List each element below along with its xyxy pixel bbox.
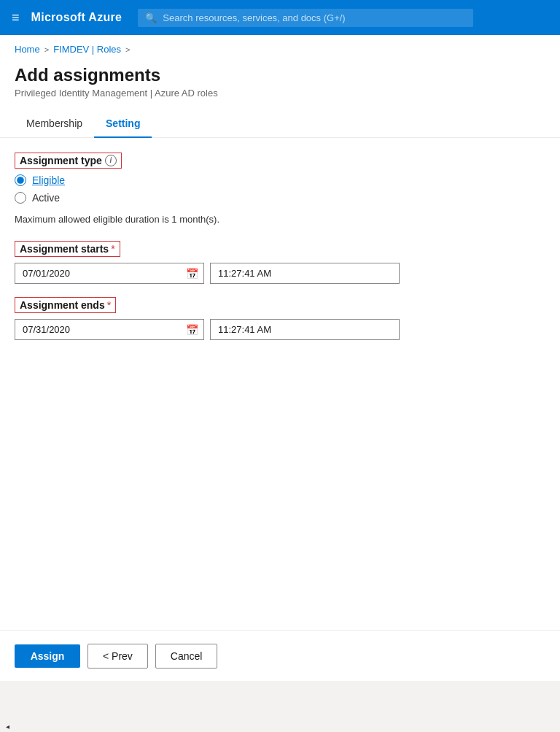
tab-membership[interactable]: Membership: [15, 110, 94, 138]
page-subtitle: Privileged Identity Management | Azure A…: [15, 88, 545, 99]
assignment-starts-date-wrapper: 📅: [15, 263, 204, 284]
content-area: Assignment type i Eligible Active Maximu…: [0, 138, 560, 498]
assignment-ends-time-input[interactable]: [210, 319, 400, 340]
bottom-arrow-indicator: ◂: [6, 723, 9, 731]
main-content: Home > FIMDEV | Roles > Add assignments …: [0, 35, 560, 681]
assignment-starts-label-box: Assignment starts *: [15, 241, 120, 257]
breadcrumb-separator-1: >: [44, 45, 49, 54]
assignment-starts-label: Assignment starts: [20, 243, 109, 255]
radio-active-label: Active: [32, 192, 60, 204]
content-spacer: [0, 499, 560, 630]
assignment-starts-time-input[interactable]: [210, 263, 400, 284]
search-icon: 🔍: [145, 12, 157, 23]
search-bar: 🔍: [138, 9, 473, 27]
assignment-type-label: Assignment type: [20, 155, 102, 166]
assignment-starts-row: 📅: [15, 263, 545, 284]
radio-option-eligible[interactable]: Eligible: [15, 174, 545, 186]
breadcrumb-fimdev[interactable]: FIMDEV | Roles: [53, 44, 121, 55]
assignment-starts-section: Assignment starts * 📅: [15, 241, 545, 284]
page-header: Add assignments Privileged Identity Mana…: [0, 61, 560, 110]
radio-active[interactable]: [15, 192, 26, 204]
breadcrumb-home[interactable]: Home: [15, 44, 40, 55]
footer-bar: Assign < Prev Cancel: [0, 630, 560, 681]
assignment-type-info-text: Maximum allowed eligible duration is 1 m…: [15, 214, 545, 225]
assignment-type-label-box: Assignment type i: [15, 153, 122, 169]
assignment-ends-date-wrapper: 📅: [15, 319, 204, 340]
tab-setting[interactable]: Setting: [94, 110, 152, 138]
assignment-type-info-icon[interactable]: i: [105, 155, 117, 166]
assignment-starts-required: *: [111, 243, 114, 255]
radio-eligible[interactable]: [15, 174, 26, 186]
breadcrumb: Home > FIMDEV | Roles >: [0, 35, 560, 61]
assignment-ends-required: *: [107, 299, 111, 311]
breadcrumb-separator-2: >: [125, 45, 130, 54]
brand-name: Microsoft Azure: [31, 11, 122, 24]
cancel-button[interactable]: Cancel: [155, 644, 218, 669]
search-input[interactable]: [163, 12, 466, 23]
radio-option-active[interactable]: Active: [15, 192, 545, 204]
assignment-ends-label: Assignment ends: [20, 299, 105, 311]
page-title: Add assignments: [15, 63, 545, 86]
assign-button[interactable]: Assign: [15, 644, 80, 668]
assignment-ends-date-input[interactable]: [15, 319, 204, 340]
radio-eligible-label: Eligible: [32, 174, 65, 186]
assignment-ends-row: 📅: [15, 319, 545, 340]
navbar: ≡ Microsoft Azure 🔍: [0, 0, 560, 35]
assignment-starts-date-input[interactable]: [15, 263, 204, 284]
assignment-type-radio-group: Eligible Active: [15, 174, 545, 204]
tab-bar: Membership Setting: [0, 110, 560, 138]
prev-button[interactable]: < Prev: [88, 644, 148, 669]
assignment-type-section: Assignment type i Eligible Active Maximu…: [15, 153, 545, 225]
hamburger-icon[interactable]: ≡: [9, 7, 23, 28]
assignment-ends-section: Assignment ends * 📅: [15, 297, 545, 340]
assignment-ends-label-box: Assignment ends *: [15, 297, 116, 313]
